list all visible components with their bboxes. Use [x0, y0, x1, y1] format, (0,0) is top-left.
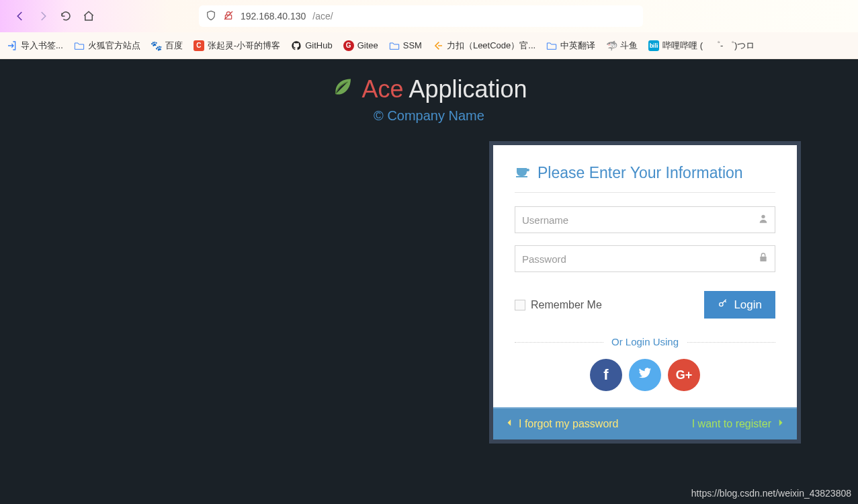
- social-login: f G+: [515, 359, 775, 391]
- login-title-text: Please Enter Your Information: [538, 164, 743, 182]
- or-divider-text: Or Login Using: [603, 336, 687, 347]
- bookmark-label: 火狐官方站点: [88, 40, 140, 52]
- remember-checkbox[interactable]: [515, 300, 525, 310]
- twitter-icon: [638, 366, 652, 384]
- bookmark-csdn[interactable]: C 张起灵-小哥的博客: [194, 40, 280, 52]
- app-header: Ace Application © Company Name: [0, 59, 858, 124]
- facebook-login-button[interactable]: f: [590, 359, 622, 391]
- insecure-icon: [223, 10, 234, 23]
- password-field-wrap: [515, 245, 775, 272]
- lock-icon: [758, 252, 769, 265]
- leetcode-icon: [433, 40, 443, 51]
- bookmark-github[interactable]: GitHub: [291, 40, 332, 51]
- bookmark-ssm[interactable]: SSM: [389, 40, 422, 51]
- bookmark-firefox[interactable]: 火狐官方站点: [74, 40, 140, 52]
- login-title: Please Enter Your Information: [515, 163, 775, 193]
- baidu-icon: 🐾: [151, 40, 162, 51]
- login-panel: Please Enter Your Information Remember M…: [489, 141, 801, 444]
- folder-icon: [74, 40, 85, 51]
- brand-accent: Ace: [361, 75, 403, 103]
- bookmark-label: Gitee: [357, 40, 378, 50]
- url-path: /ace/: [312, 11, 333, 22]
- brand-rest: Application: [403, 75, 527, 103]
- arrow-left-icon: [505, 418, 515, 430]
- remember-label: Remember Me: [531, 299, 602, 311]
- forgot-password-text: I forgot my password: [519, 418, 619, 430]
- bookmark-import[interactable]: 导入书签...: [7, 40, 63, 52]
- page-content: Ace Application © Company Name Please En…: [0, 59, 858, 504]
- password-input[interactable]: [515, 245, 775, 272]
- user-icon: [758, 213, 769, 226]
- bookmark-label: 百度: [165, 40, 183, 52]
- google-plus-login-button[interactable]: G+: [668, 359, 700, 391]
- svg-rect-2: [516, 176, 527, 177]
- leaf-icon: [331, 74, 355, 104]
- shield-icon: [206, 10, 216, 23]
- bookmark-bilibili[interactable]: bili 哔哩哔哩 ( ゜- ゜)つロ: [648, 40, 755, 52]
- svg-point-3: [761, 215, 765, 218]
- bookmark-baidu[interactable]: 🐾 百度: [151, 40, 183, 52]
- bookmark-label: 哔哩哔哩 ( ゜- ゜)つロ: [662, 40, 755, 52]
- coffee-icon: [515, 163, 531, 183]
- arrow-right-icon: [775, 418, 785, 430]
- bookmark-translate[interactable]: 中英翻译: [546, 40, 595, 52]
- key-icon: [718, 298, 728, 312]
- svg-rect-4: [760, 257, 766, 261]
- login-button[interactable]: Login: [704, 291, 775, 319]
- register-link[interactable]: I want to register: [692, 418, 785, 430]
- login-button-label: Login: [734, 298, 762, 312]
- gitee-icon: G: [343, 40, 354, 51]
- google-plus-icon: G+: [676, 368, 693, 382]
- bookmark-label: SSM: [403, 40, 422, 50]
- csdn-icon: C: [194, 40, 204, 51]
- bookmark-leetcode[interactable]: 力扣（LeetCode）官...: [433, 40, 535, 52]
- github-icon: [291, 40, 302, 51]
- bookmark-gitee[interactable]: G Gitee: [343, 40, 378, 51]
- app-title: Ace Application: [331, 74, 527, 104]
- facebook-icon: f: [603, 366, 608, 384]
- remember-row: Remember Me Login: [515, 291, 775, 319]
- import-icon: [7, 40, 17, 51]
- username-field-wrap: [515, 206, 775, 233]
- reload-button[interactable]: [59, 9, 73, 23]
- or-divider: Or Login Using: [515, 336, 775, 348]
- login-footer: I forgot my password I want to register: [493, 407, 797, 439]
- bookmark-label: 斗鱼: [620, 40, 638, 52]
- douyu-icon: 🦈: [606, 40, 617, 51]
- folder-icon: [389, 40, 400, 51]
- bookmarks-bar: 导入书签... 火狐官方站点 🐾 百度 C 张起灵-小哥的博客 GitHub G…: [0, 32, 858, 59]
- app-subtitle: © Company Name: [0, 108, 858, 124]
- username-input[interactable]: [515, 206, 775, 233]
- login-box: Please Enter Your Information Remember M…: [493, 145, 797, 407]
- watermark: https://blog.csdn.net/weixin_43823808: [691, 488, 851, 499]
- browser-toolbar: 192.168.40.130/ace/: [0, 0, 858, 32]
- folder-icon: [546, 40, 557, 51]
- forward-button[interactable]: [36, 9, 50, 23]
- home-button[interactable]: [82, 9, 95, 23]
- bookmark-label: GitHub: [305, 40, 332, 50]
- url-host: 192.168.40.130: [241, 11, 306, 22]
- bookmark-douyu[interactable]: 🦈 斗鱼: [606, 40, 638, 52]
- remember-me[interactable]: Remember Me: [515, 299, 602, 311]
- forgot-password-link[interactable]: I forgot my password: [505, 418, 619, 430]
- bookmark-label: 导入书签...: [21, 40, 63, 52]
- twitter-login-button[interactable]: [629, 359, 661, 391]
- bookmark-label: 力扣（LeetCode）官...: [447, 40, 535, 52]
- back-button[interactable]: [13, 9, 27, 23]
- svg-point-5: [720, 302, 723, 306]
- bilibili-icon: bili: [648, 40, 659, 51]
- bookmark-label: 张起灵-小哥的博客: [208, 40, 280, 52]
- url-bar[interactable]: 192.168.40.130/ace/: [199, 5, 643, 27]
- register-text: I want to register: [692, 418, 771, 430]
- bookmark-label: 中英翻译: [560, 40, 595, 52]
